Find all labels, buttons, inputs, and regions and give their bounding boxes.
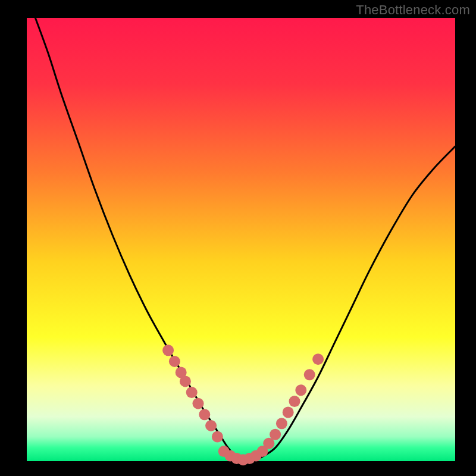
marker-dot <box>180 375 191 387</box>
marker-dot <box>193 398 204 409</box>
chart-svg <box>0 0 476 476</box>
marker-dot <box>276 418 287 429</box>
chart-frame: TheBottleneck.com <box>0 0 476 476</box>
marker-dot <box>169 356 180 367</box>
marker-dot <box>186 387 198 398</box>
marker-dot <box>283 407 294 418</box>
marker-dot <box>212 431 223 443</box>
marker-dot <box>312 353 324 365</box>
marker-dot <box>162 345 174 356</box>
marker-dot <box>289 396 300 407</box>
marker-dot <box>199 409 210 420</box>
plot-background <box>27 18 455 461</box>
marker-dot <box>270 429 281 440</box>
marker-dot <box>304 369 315 380</box>
marker-dot <box>295 384 306 396</box>
marker-dot <box>205 420 217 431</box>
